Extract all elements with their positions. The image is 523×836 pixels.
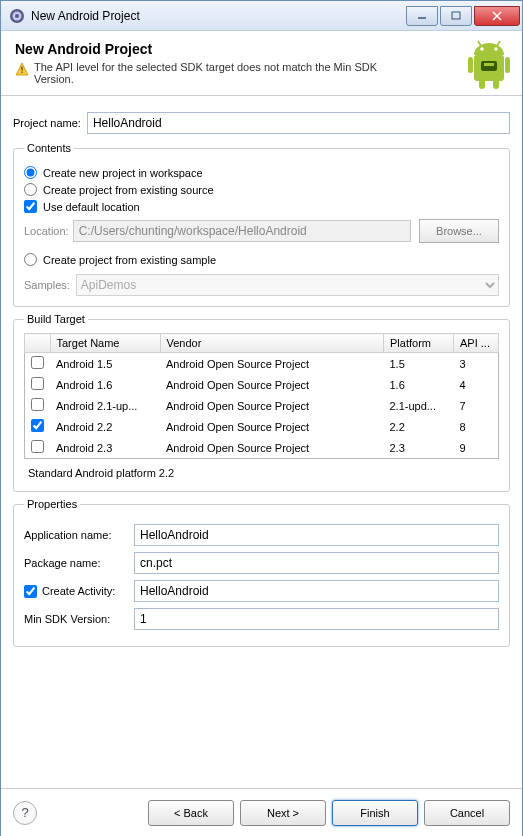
target-vendor-cell: Android Open Source Project [160,374,384,395]
svg-rect-9 [21,72,22,73]
target-checkbox[interactable] [31,440,44,453]
table-row[interactable]: Android 2.3Android Open Source Project2.… [25,437,499,459]
target-api-cell: 7 [454,395,499,416]
checkbox-default-location-label: Use default location [43,201,140,213]
target-api-cell: 3 [454,353,499,375]
wizard-header: New Android Project The API level for th… [1,31,522,96]
create-activity-checkbox[interactable] [24,585,37,598]
target-checkbox[interactable] [31,398,44,411]
svg-point-12 [494,47,498,51]
target-platform-cell: 2.2 [384,416,454,437]
target-vendor-cell: Android Open Source Project [160,395,384,416]
contents-group: Contents Create new project in workspace… [13,142,510,307]
contents-legend: Contents [24,142,74,154]
close-button[interactable] [474,6,520,26]
target-platform-cell: 1.6 [384,374,454,395]
samples-label: Samples: [24,279,70,291]
target-checkbox[interactable] [31,377,44,390]
svg-rect-18 [493,79,499,89]
build-target-legend: Build Target [24,313,88,325]
window-title: New Android Project [31,9,140,23]
col-platform[interactable]: Platform [384,334,454,353]
android-icon [466,39,512,95]
app-name-label: Application name: [24,529,134,541]
project-name-input[interactable] [87,112,510,134]
finish-button[interactable]: Finish [332,800,418,826]
target-vendor-cell: Android Open Source Project [160,353,384,375]
col-vendor[interactable]: Vendor [160,334,384,353]
radio-existing-sample[interactable] [24,253,37,266]
location-label: Location: [24,225,69,237]
svg-rect-15 [468,57,473,73]
help-icon: ? [21,805,28,820]
target-name-cell: Android 1.6 [50,374,160,395]
target-platform-cell: 2.3 [384,437,454,459]
svg-line-14 [497,41,500,46]
svg-rect-20 [484,63,494,66]
target-vendor-cell: Android Open Source Project [160,416,384,437]
svg-point-2 [15,14,19,18]
svg-rect-4 [452,12,460,19]
build-target-table: Target Name Vendor Platform API ... Andr… [24,333,499,459]
table-row[interactable]: Android 1.6Android Open Source Project1.… [25,374,499,395]
checkbox-default-location[interactable] [24,200,37,213]
page-title: New Android Project [15,41,508,57]
min-sdk-input[interactable] [134,608,499,630]
col-target-name[interactable]: Target Name [50,334,160,353]
minimize-button[interactable] [406,6,438,26]
svg-line-13 [478,41,481,46]
table-row[interactable]: Android 2.1-up...Android Open Source Pro… [25,395,499,416]
target-checkbox[interactable] [31,419,44,432]
table-row[interactable]: Android 1.5Android Open Source Project1.… [25,353,499,375]
svg-rect-17 [479,79,485,89]
target-checkbox[interactable] [31,356,44,369]
target-platform-cell: 1.5 [384,353,454,375]
create-activity-input[interactable] [134,580,499,602]
project-name-label: Project name: [13,117,81,129]
radio-existing-sample-label: Create project from existing sample [43,254,216,266]
wizard-footer: ? < Back Next > Finish Cancel [1,788,522,836]
app-name-input[interactable] [134,524,499,546]
target-vendor-cell: Android Open Source Project [160,437,384,459]
warning-text: The API level for the selected SDK targe… [34,61,414,85]
target-name-cell: Android 2.1-up... [50,395,160,416]
build-target-hint: Standard Android platform 2.2 [28,467,495,479]
target-api-cell: 8 [454,416,499,437]
radio-existing-source-label: Create project from existing source [43,184,214,196]
samples-select: ApiDemos [76,274,499,296]
target-name-cell: Android 2.2 [50,416,160,437]
target-api-cell: 9 [454,437,499,459]
radio-existing-source[interactable] [24,183,37,196]
cancel-button[interactable]: Cancel [424,800,510,826]
maximize-button[interactable] [440,6,472,26]
svg-point-11 [480,47,484,51]
radio-new-project[interactable] [24,166,37,179]
target-api-cell: 4 [454,374,499,395]
help-button[interactable]: ? [13,801,37,825]
create-activity-label: Create Activity: [42,585,115,597]
svg-rect-8 [21,67,22,71]
properties-group: Properties Application name: Package nam… [13,498,510,647]
package-name-label: Package name: [24,557,134,569]
window-titlebar: New Android Project [1,1,522,31]
warning-icon [15,62,29,76]
next-button[interactable]: Next > [240,800,326,826]
svg-rect-16 [505,57,510,73]
properties-legend: Properties [24,498,80,510]
radio-new-project-label: Create new project in workspace [43,167,203,179]
target-name-cell: Android 1.5 [50,353,160,375]
package-name-input[interactable] [134,552,499,574]
min-sdk-label: Min SDK Version: [24,613,134,625]
back-button[interactable]: < Back [148,800,234,826]
location-input [73,220,411,242]
browse-button: Browse... [419,219,499,243]
app-icon [9,8,25,24]
target-name-cell: Android 2.3 [50,437,160,459]
build-target-group: Build Target Target Name Vendor Platform… [13,313,510,492]
col-api[interactable]: API ... [454,334,499,353]
table-row[interactable]: Android 2.2Android Open Source Project2.… [25,416,499,437]
target-platform-cell: 2.1-upd... [384,395,454,416]
